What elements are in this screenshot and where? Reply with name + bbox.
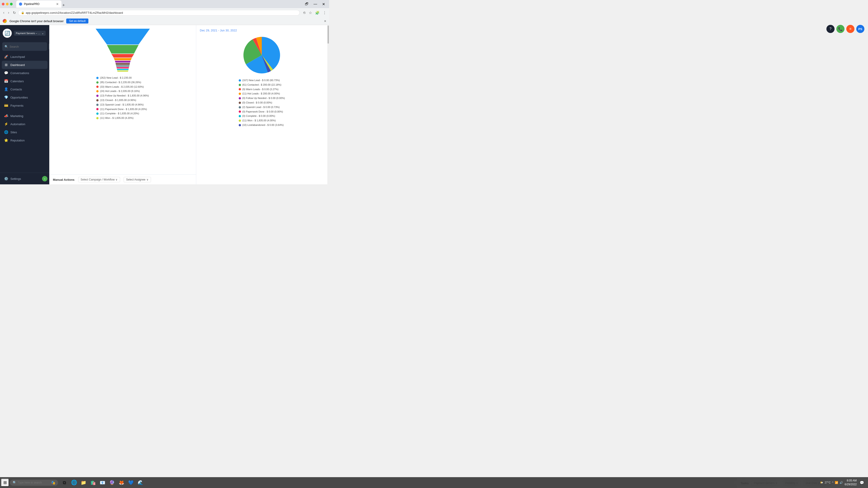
legend-text: (0) Complete - $ 0.00 (0.00%): [242, 114, 275, 119]
app-container: 🔄 Payment Servers -- Boca... ⌄ 🔍 ctrl K …: [0, 25, 329, 184]
legend-text: (262) New Lead - $ 2,235.00: [100, 76, 131, 80]
sidebar-collapse-button[interactable]: ‹: [42, 176, 48, 182]
legend-item: (13) Spanish Lead - $ 1,835.00 (4.96%): [96, 103, 149, 107]
address-bar[interactable]: 🔒 app.gopipelinepro.com/v2/location/ZZo8…: [18, 10, 300, 15]
sidebar-item-contacts[interactable]: 👤 Contacts: [2, 85, 48, 93]
sidebar-item-conversations[interactable]: 💬 Conversations: [2, 69, 48, 77]
sidebar-item-payments[interactable]: 💳 Payments: [2, 101, 48, 109]
bookmark-btn[interactable]: ☆: [308, 10, 313, 16]
reputation-icon: ⭐: [4, 138, 8, 142]
notification-close-btn[interactable]: ✕: [324, 20, 327, 23]
select-campaign-button[interactable]: Select Campaign / Workflow ∨: [78, 177, 120, 182]
nav-actions: ⎋ ☆ 🧩 ⋮: [303, 10, 327, 16]
select-assignee-label: Select Assignee: [126, 178, 145, 181]
legend-color: [96, 90, 98, 92]
brand-name: Payment Servers -- Boca...: [16, 32, 41, 35]
minimize-btn[interactable]: [6, 3, 8, 5]
funnel-chart: [87, 29, 159, 74]
sidebar-footer: ⚙️ Settings ‹: [0, 173, 49, 184]
sidebar-logo: 🔄: [3, 29, 12, 38]
chevron-icon: ∨: [116, 178, 118, 181]
pie-legend-item: (0) Follow Up Needed - $ 0.00 (0.00%): [239, 96, 285, 101]
legend-color: [239, 124, 241, 126]
legend-item: (13) Follow Up Needed - $ 1,835.00 (4.96…: [96, 94, 149, 98]
scrollbar-thumb[interactable]: [328, 26, 329, 43]
search-input[interactable]: [9, 45, 48, 48]
legend-text: (11) Complete - $ 1,835.00 (4.20%): [100, 111, 139, 116]
pie-legend-item: (0) Paperwork Done - $ 0.00 (0.00%): [239, 109, 285, 114]
close-btn[interactable]: [2, 3, 4, 5]
nav-items: 🚀 Launchpad ⊞ Dashboard 💬 Conversations …: [0, 53, 49, 173]
sidebar-item-marketing[interactable]: 📣 Marketing: [2, 112, 48, 120]
brand-selector[interactable]: Payment Servers -- Boca... ⌄: [14, 31, 46, 36]
legend-color: [96, 99, 98, 101]
legend-color: [96, 104, 98, 106]
tab-favicon: [19, 2, 22, 6]
svg-marker-4: [115, 61, 131, 63]
pie-legend-item: (11) Hot Leads - $ 200.00 (4.00%): [239, 92, 285, 96]
back-btn[interactable]: ‹: [2, 10, 6, 15]
close-window-btn[interactable]: ✕: [320, 1, 327, 7]
payments-icon: 💳: [4, 103, 8, 107]
sidebar-item-settings[interactable]: ⚙️ Settings: [2, 175, 42, 183]
vertical-scrollbar[interactable]: [327, 25, 329, 184]
tab-close-btn[interactable]: ✕: [56, 2, 59, 6]
sidebar-item-label: Reputation: [10, 139, 25, 142]
sidebar-item-label: Marketing: [10, 114, 23, 118]
pie-legend-item: (9) Warm Leads - $ 0.00 (3.27%): [239, 87, 285, 92]
left-panel: (262) New Lead - $ 2,235.00 (95) Contact…: [49, 25, 196, 184]
launchpad-icon: 🚀: [4, 55, 8, 59]
legend-text: (167) New Lead - $ 0.00 (60.73%): [242, 78, 280, 83]
notification-bar: Google Chrome isn't your default browser…: [0, 17, 329, 25]
marketing-icon: 📣: [4, 114, 8, 118]
legend-text: (11) Won - $ 1,835.00 (4.00%): [242, 119, 276, 123]
legend-text: (13) Follow Up Needed - $ 1,835.00 (4.96…: [100, 94, 149, 98]
lock-icon: 🔒: [21, 11, 24, 14]
sidebar-item-dashboard[interactable]: ⊞ Dashboard: [2, 61, 48, 69]
manual-actions-label: Manual Actions: [53, 178, 74, 182]
sidebar-item-automation[interactable]: ⚡ Automation: [2, 120, 48, 128]
sidebar-item-launchpad[interactable]: 🚀 Launchpad: [2, 53, 48, 61]
svg-marker-3: [114, 58, 132, 60]
legend-item: (11) Won - $ 1,835.00 (4.20%): [96, 116, 149, 121]
active-tab[interactable]: PipelinePRO ✕: [16, 0, 61, 8]
select-assignee-button[interactable]: Select Assignee ∨: [124, 177, 151, 182]
legend-text: (11) Paperwork Done - $ 1,835.00 (4.20%): [100, 107, 147, 111]
sidebar-item-label: Automation: [10, 123, 25, 126]
sidebar-item-label: Dashboard: [10, 63, 25, 67]
chrome-logo: [3, 19, 7, 23]
right-panel: Dec 29, 2021 - Jun 30, 2022: [196, 25, 327, 184]
sidebar-item-calendars[interactable]: 📅 Calendars: [2, 77, 48, 85]
sidebar-item-label: Conversations: [10, 71, 29, 75]
tab-title: PipelinePRO: [24, 2, 54, 6]
sidebar-item-reputation[interactable]: ⭐ Reputation: [2, 136, 48, 144]
legend-text: (0) Paperwork Done - $ 0.00 (0.00%): [242, 109, 283, 114]
new-tab-button[interactable]: +: [62, 3, 65, 8]
tab-strip: PipelinePRO ✕ +: [14, 0, 67, 8]
legend-color: [239, 84, 241, 86]
set-default-button[interactable]: Set as default: [66, 19, 88, 24]
legend-color: [239, 97, 241, 99]
window-controls: 🗗 — ✕: [303, 1, 327, 7]
restore-down-btn[interactable]: 🗗: [303, 1, 311, 7]
svg-marker-0: [96, 29, 150, 44]
search-icon: 🔍: [4, 45, 8, 48]
minimize-window-btn[interactable]: —: [311, 1, 319, 7]
funnel-legend: (262) New Lead - $ 2,235.00 (95) Contact…: [96, 76, 149, 121]
sidebar-item-sites[interactable]: 🌐 Sites: [2, 128, 48, 136]
sidebar-item-label: Launchpad: [10, 55, 25, 59]
legend-text: (11) Won - $ 1,835.00 (4.20%): [100, 116, 133, 121]
sidebar: 🔄 Payment Servers -- Boca... ⌄ 🔍 ctrl K …: [0, 25, 49, 184]
extension-btn[interactable]: 🧩: [314, 10, 320, 16]
legend-text: (13) Closed - $ 1,835.00 (4.96%): [100, 98, 136, 103]
opportunities-icon: 💎: [4, 95, 8, 99]
maximize-btn[interactable]: [10, 3, 13, 5]
cast-btn[interactable]: ⎋: [303, 10, 307, 15]
pie-chart-container: (167) New Lead - $ 0.00 (60.73%) (61) Co…: [200, 35, 324, 127]
menu-btn[interactable]: ⋮: [322, 10, 327, 16]
sidebar-item-opportunities[interactable]: 💎 Opportunities: [2, 93, 48, 101]
legend-text: (95) Contacted - $ 2,235.00 (36.26%): [100, 80, 141, 85]
svg-marker-6: [116, 65, 129, 67]
refresh-btn[interactable]: ↻: [11, 10, 17, 16]
forward-btn[interactable]: ›: [6, 10, 10, 15]
